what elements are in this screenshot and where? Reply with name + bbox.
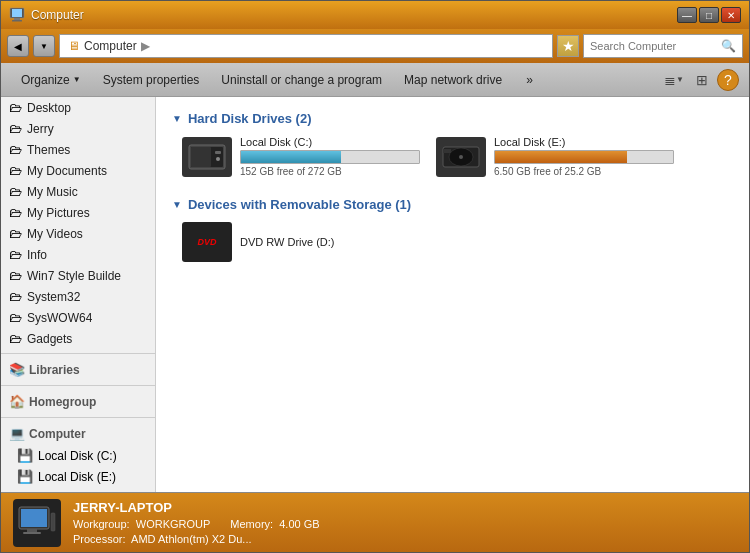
removable-section-header: ▼ Devices with Removable Storage (1) xyxy=(172,197,733,212)
sidebar-item-mydocs[interactable]: 🗁 My Documents xyxy=(1,160,155,181)
svg-rect-16 xyxy=(27,529,37,532)
hard-drives-section-header: ▼ Hard Disk Drives (2) xyxy=(172,111,733,126)
removable-toggle[interactable]: ▼ xyxy=(172,199,182,210)
tiles-view-button[interactable]: ⊞ xyxy=(689,67,715,93)
title-controls: — □ ✕ xyxy=(677,7,741,23)
drive-c-size: 152 GB free of 272 GB xyxy=(240,166,420,177)
workgroup-label: Workgroup: xyxy=(73,518,130,530)
svg-rect-15 xyxy=(21,509,47,527)
sidebar-item-label: My Music xyxy=(27,185,78,199)
view-icon: ≣ xyxy=(664,72,676,88)
processor-value: AMD Athlon(tm) X2 Du... xyxy=(131,533,251,545)
drive-e-info: Local Disk (E:) 6.50 GB free of 25.2 GB xyxy=(494,136,674,177)
sidebar-item-label: Win7 Style Builde xyxy=(27,269,121,283)
status-hostname: JERRY-LAPTOP xyxy=(73,500,320,515)
sidebar-item-mypictures[interactable]: 🗁 My Pictures xyxy=(1,202,155,223)
libraries-label: Libraries xyxy=(29,363,80,377)
drive-e-name: Local Disk (E:) xyxy=(494,136,674,148)
drive-e-icon xyxy=(436,137,486,177)
search-input[interactable] xyxy=(590,40,717,52)
organize-arrow: ▼ xyxy=(73,75,81,84)
drive-c-bar xyxy=(241,151,341,163)
drive-e-bar xyxy=(495,151,627,163)
sidebar-item-label: Gadgets xyxy=(27,332,72,346)
sidebar-item-syswow64[interactable]: 🗁 SysWOW64 xyxy=(1,307,155,328)
path-label: Computer xyxy=(84,39,137,53)
maximize-button[interactable]: □ xyxy=(699,7,719,23)
hard-drives-toggle[interactable]: ▼ xyxy=(172,113,182,124)
svg-point-12 xyxy=(459,155,463,159)
map-network-button[interactable]: Map network drive xyxy=(394,67,512,93)
window: Computer — □ ✕ ◀ ▼ 🖥 Computer ▶ ★ 🔍 xyxy=(0,0,750,553)
drive-c-top: Local Disk (C:) 152 GB free of 272 GB xyxy=(182,136,420,177)
folder-icon: 🗁 xyxy=(9,331,22,346)
sidebar-item-label: System32 xyxy=(27,290,80,304)
sidebar-item-system32[interactable]: 🗁 System32 xyxy=(1,286,155,307)
sidebar-libraries-header[interactable]: 📚 Libraries xyxy=(1,358,155,381)
svg-point-7 xyxy=(216,157,220,161)
dropdown-button[interactable]: ▼ xyxy=(33,35,55,57)
help-button[interactable]: ? xyxy=(717,69,739,91)
title-bar-left: Computer xyxy=(9,7,84,23)
drive-c-info: Local Disk (C:) 152 GB free of 272 GB xyxy=(240,136,420,177)
uninstall-button[interactable]: Uninstall or change a program xyxy=(211,67,392,93)
system-properties-label: System properties xyxy=(103,73,200,87)
hard-drives-title: Hard Disk Drives (2) xyxy=(188,111,312,126)
star-icon: ★ xyxy=(562,38,575,54)
view-options-button[interactable]: ≣ ▼ xyxy=(661,67,687,93)
sidebar-item-local-c[interactable]: 💾 Local Disk (C:) xyxy=(1,445,155,466)
minimize-button[interactable]: — xyxy=(677,7,697,23)
sidebar-item-mymusic[interactable]: 🗁 My Music xyxy=(1,181,155,202)
path-computer-icon: 🖥 xyxy=(68,39,80,53)
favorites-star-button[interactable]: ★ xyxy=(557,35,579,57)
libraries-icon: 📚 xyxy=(9,362,25,377)
removable-title: Devices with Removable Storage (1) xyxy=(188,197,411,212)
back-button[interactable]: ◀ xyxy=(7,35,29,57)
memory-label: Memory: xyxy=(230,518,273,530)
computer-label: Computer xyxy=(29,427,86,441)
local-c-label: Local Disk (C:) xyxy=(38,449,117,463)
dvd-drive-name: DVD RW Drive (D:) xyxy=(240,236,335,248)
status-workgroup: Workgroup: WORKGROUP xyxy=(73,518,210,530)
sidebar-divider3 xyxy=(1,417,155,418)
svg-rect-8 xyxy=(191,147,211,167)
homegroup-label: Homegroup xyxy=(29,395,96,409)
status-bar: JERRY-LAPTOP Workgroup: WORKGROUP Memory… xyxy=(1,492,749,552)
dvd-icon: DVD xyxy=(182,222,232,262)
map-network-label: Map network drive xyxy=(404,73,502,87)
disk-icon: 💾 xyxy=(17,448,33,463)
sidebar-homegroup-header[interactable]: 🏠 Homegroup xyxy=(1,390,155,413)
folder-icon: 🗁 xyxy=(9,205,22,220)
address-path[interactable]: 🖥 Computer ▶ xyxy=(59,34,553,58)
dvd-item[interactable]: DVD DVD RW Drive (D:) xyxy=(182,222,335,262)
system-properties-button[interactable]: System properties xyxy=(93,67,210,93)
sidebar-item-label: Info xyxy=(27,248,47,262)
uninstall-label: Uninstall or change a program xyxy=(221,73,382,87)
drive-c-progress xyxy=(240,150,420,164)
more-button[interactable]: » xyxy=(516,67,543,93)
folder-icon: 🗁 xyxy=(9,184,22,199)
sidebar-favorites: 🗁 Desktop 🗁 Jerry 🗁 Themes 🗁 My Document… xyxy=(1,97,155,349)
status-computer-icon xyxy=(13,499,61,547)
organize-button[interactable]: Organize ▼ xyxy=(11,67,91,93)
sidebar-item-label: My Videos xyxy=(27,227,83,241)
drive-e-item[interactable]: Local Disk (E:) 6.50 GB free of 25.2 GB xyxy=(436,136,674,177)
sidebar-item-gadgets[interactable]: 🗁 Gadgets xyxy=(1,328,155,349)
dropdown-icon: ▼ xyxy=(40,42,48,51)
sidebar-item-label: My Pictures xyxy=(27,206,90,220)
help-icon: ? xyxy=(724,72,732,88)
sidebar-item-jerry[interactable]: 🗁 Jerry xyxy=(1,118,155,139)
sidebar-item-themes[interactable]: 🗁 Themes xyxy=(1,139,155,160)
sidebar-item-label: Jerry xyxy=(27,122,54,136)
sidebar-item-win7style[interactable]: 🗁 Win7 Style Builde xyxy=(1,265,155,286)
drive-c-icon xyxy=(182,137,232,177)
computer-nav-icon: 💻 xyxy=(9,426,25,441)
sidebar-item-desktop[interactable]: 🗁 Desktop xyxy=(1,97,155,118)
drive-c-item[interactable]: Local Disk (C:) 152 GB free of 272 GB xyxy=(182,136,420,177)
sidebar-item-local-e[interactable]: 💾 Local Disk (E:) xyxy=(1,466,155,487)
sidebar-computer-header[interactable]: 💻 Computer xyxy=(1,422,155,445)
sidebar-item-myvideos[interactable]: 🗁 My Videos xyxy=(1,223,155,244)
sidebar-item-info[interactable]: 🗁 Info xyxy=(1,244,155,265)
close-button[interactable]: ✕ xyxy=(721,7,741,23)
folder-icon: 🗁 xyxy=(9,289,22,304)
